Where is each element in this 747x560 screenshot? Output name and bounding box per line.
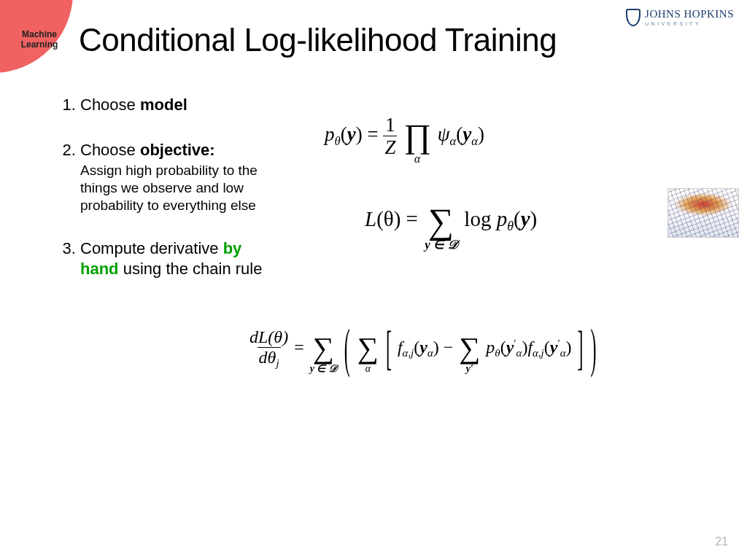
eq2-sum-sub: y ∈ 𝒟 [425,238,457,252]
eq3-sum3-sym: ∑ [459,334,480,364]
eq3-f2-sub: α,j [533,347,544,359]
eq3-lbrack: [ [386,322,392,376]
eq3-f2-y: y [550,338,558,357]
equation-model: pθ(y) = 1 Z ∏ α ψα(yα) [325,108,484,164]
eq2-Larg: (θ) = [376,207,423,230]
eq2-L: L [365,207,376,230]
eq1-prod-sub: α [414,153,420,165]
step-2-lead: Choose [80,141,140,159]
eq3-minus: − [444,338,458,357]
eq1-psi: ψ [438,123,450,145]
eq1-frac-num: 1 [384,114,397,136]
eq3-rbrack: ] [577,322,583,376]
eq1-psi-l: ( [456,123,462,145]
eq3-lparen: ( [344,318,350,379]
university-logo: JOHNS HOPKINS UNIVERSITY [626,9,734,26]
eq2-sum-sym: ∑ [428,203,454,239]
eq1-psi-ysub: α [471,134,478,148]
eq2-p: p [497,207,508,230]
eq1-psi-y: y [462,123,471,145]
eq2-log: log [464,207,496,230]
steps-list-container: Choose model Choose objective: Assign hi… [36,95,263,303]
eq1-theta: θ [335,134,341,148]
eq3-sum2-sym: ∑ [357,334,379,364]
eq3-sum2-sub: α [365,364,371,374]
equation-objective: L(θ) = ∑ y ∈ 𝒟 log pθ(y) [365,191,537,252]
eq1-y: y [347,123,356,145]
eq3-f2-r: ) [565,338,571,357]
eq2-py: y [521,207,530,230]
eq3-f1: f [398,338,403,357]
eq3-sum2: ∑ α [357,324,379,374]
eq1-frac: 1 Z [383,114,397,158]
eq1-prod-sym: ∏ [403,120,431,153]
eq1-eq: ) = [356,123,384,145]
eq1-lpar: ( [341,123,347,145]
eq3-pl: ( [500,338,506,357]
eq3-sum3-sub: y′ [466,363,473,374]
eq1-psi-sub: α [450,134,457,148]
eq3-p: p [486,338,495,357]
eq2-sum: ∑ y ∈ 𝒟 [425,191,457,252]
badge-line-2: Learning [21,40,58,50]
step-3: Compute derivative by hand using the cha… [80,238,263,279]
eq3-sum1-sym: ∑ [313,334,334,364]
eq2-pr: ) [530,207,538,230]
eq3-frac: dL(θ) dθj [248,328,290,370]
eq3-sum1-sub: y ∈ 𝒟 [310,363,337,374]
eq2-pl: ( [514,207,521,230]
logo-sub: UNIVERSITY [645,21,734,26]
eq1-prod: ∏ α [403,108,431,164]
eq1-p: p [325,123,335,145]
eq2-psub: θ [507,219,514,233]
step-3-lead-b: using the chain rule [119,260,263,278]
eq1-frac-den: Z [383,136,397,158]
step-1-strong: model [140,96,187,114]
eq3-frac-den-j: j [276,357,279,369]
eq3-f1-sub: α,j [403,347,414,359]
eq3-py: y [506,338,514,357]
step-1: Choose model [80,95,263,115]
eq3-frac-num: dL(θ) [248,328,290,347]
step-2-detail: Assign high probability to the things we… [80,162,263,214]
step-2: Choose objective: Assign high probabilit… [80,140,263,214]
equation-derivative: dL(θ) dθj = ∑ y ∈ 𝒟 ( ∑ α [ fα,j(yα) − ∑… [248,324,597,374]
eq3-rparen: ) [590,318,596,379]
surface-plot-thumbnail [667,188,739,238]
eq3-equals: = [294,338,309,357]
eq1-psi-r: ) [478,123,484,145]
step-2-strong: objective: [140,141,215,159]
badge-line-1: Machine [22,30,57,40]
slide-title: Conditional Log-likelihood Training [79,22,557,58]
shield-icon [626,9,640,26]
eq3-sum1: ∑ y ∈ 𝒟 [310,324,337,374]
eq3-frac-den: dθ [259,348,276,367]
eq3-f1-r: ) [433,338,439,357]
eq3-f1-y: y [419,338,427,357]
eq3-f1-ysub: α [427,347,433,359]
eq3-f2-l: ( [544,338,550,357]
logo-main: JOHNS HOPKINS [645,9,734,20]
page-number: 21 [715,535,728,548]
eq3-psub: θ [495,347,500,359]
step-3-lead-a: Compute derivative [80,239,223,257]
eq3-sum3: ∑ y′ [459,324,480,374]
section-badge: Machine Learning [0,0,73,73]
step-1-lead: Choose [80,96,140,114]
